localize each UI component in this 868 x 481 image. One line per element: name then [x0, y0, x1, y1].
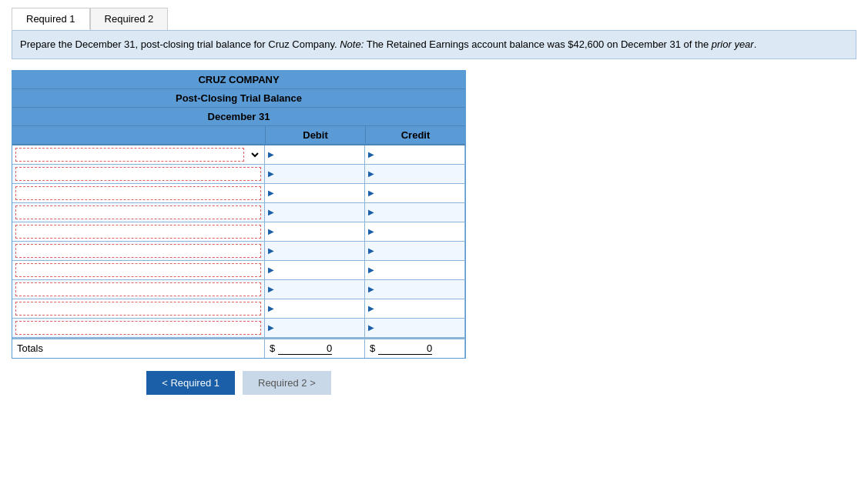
account-input-1[interactable]	[15, 148, 244, 162]
account-cell-3[interactable]	[12, 184, 265, 202]
table-row: ▶ ▶	[12, 165, 465, 184]
totals-debit-input[interactable]	[278, 342, 332, 355]
debit-cell-1[interactable]: ▶	[265, 145, 365, 164]
account-input-10[interactable]	[15, 321, 261, 335]
credit-cell-8[interactable]: ▶	[365, 280, 465, 299]
debit-cell-3[interactable]: ▶	[265, 184, 365, 202]
account-dropdown-1[interactable]: ▼	[244, 149, 261, 160]
credit-input-10[interactable]	[376, 322, 461, 334]
debit-cell-4[interactable]: ▶	[265, 203, 365, 222]
subtitle-header: Post-Closing Trial Balance	[12, 89, 465, 108]
totals-credit-input[interactable]	[378, 342, 432, 355]
account-cell-4[interactable]	[12, 203, 265, 222]
account-input-8[interactable]	[15, 282, 261, 296]
tab-required-2[interactable]: Required 2	[90, 8, 169, 30]
account-input-6[interactable]	[15, 244, 261, 258]
table-row: ▶ ▶	[12, 280, 465, 299]
debit-cell-10[interactable]: ▶	[265, 319, 365, 337]
account-input-5[interactable]	[15, 225, 261, 239]
credit-input-9[interactable]	[376, 302, 461, 315]
debit-input-9[interactable]	[276, 302, 361, 315]
table-row: ▶ ▶	[12, 299, 465, 319]
debit-cell-9[interactable]: ▶	[265, 299, 365, 318]
account-cell[interactable]: ▼	[12, 145, 265, 164]
credit-input-4[interactable]	[376, 206, 461, 219]
account-cell-9[interactable]	[12, 299, 265, 318]
table-row: ▼ ▶ ▶	[12, 145, 465, 165]
credit-column-header: Credit	[365, 126, 465, 144]
credit-input-1[interactable]	[376, 149, 461, 161]
next-required-button[interactable]: Required 2 >	[243, 371, 331, 395]
table-row: ▶ ▶	[12, 184, 465, 203]
account-input-7[interactable]	[15, 263, 261, 277]
account-input-4[interactable]	[15, 205, 261, 219]
table-row: ▶ ▶	[12, 261, 465, 280]
tab-bar: Required 1 Required 2	[12, 8, 856, 30]
credit-input-6[interactable]	[376, 245, 461, 257]
debit-input-3[interactable]	[276, 187, 361, 199]
account-cell-7[interactable]	[12, 261, 265, 279]
debit-cell-6[interactable]: ▶	[265, 242, 365, 260]
tab-required-1[interactable]: Required 1	[12, 8, 90, 30]
account-cell-5[interactable]	[12, 222, 265, 241]
totals-label: Totals	[12, 339, 265, 358]
debit-input-7[interactable]	[276, 264, 361, 276]
debit-input-2[interactable]	[276, 168, 361, 180]
debit-cell-2[interactable]: ▶	[265, 165, 365, 183]
account-cell-10[interactable]	[12, 319, 265, 337]
credit-cell-4[interactable]: ▶	[365, 203, 465, 222]
credit-input-8[interactable]	[376, 283, 461, 296]
debit-input-1[interactable]	[276, 149, 361, 161]
credit-input-5[interactable]	[376, 225, 461, 238]
credit-input-3[interactable]	[376, 187, 461, 199]
debit-cell-7[interactable]: ▶	[265, 261, 365, 279]
debit-input-5[interactable]	[276, 225, 361, 238]
totals-debit-cell[interactable]: $	[265, 339, 365, 358]
totals-credit-cell[interactable]: $	[365, 339, 465, 358]
instruction-bar: Prepare the December 31, post-closing tr…	[12, 30, 856, 59]
account-cell-2[interactable]	[12, 165, 265, 183]
debit-column-header: Debit	[265, 126, 365, 144]
debit-input-10[interactable]	[276, 322, 361, 334]
debit-cell-5[interactable]: ▶	[265, 222, 365, 241]
account-input-2[interactable]	[15, 167, 261, 181]
totals-credit-dollar: $	[370, 342, 375, 354]
totals-debit-dollar: $	[270, 342, 275, 354]
note-label: Note:	[340, 38, 364, 50]
debit-input-8[interactable]	[276, 283, 361, 296]
credit-cell-10[interactable]: ▶	[365, 319, 465, 337]
credit-cell-9[interactable]: ▶	[365, 299, 465, 318]
table-row: ▶ ▶	[12, 319, 465, 338]
credit-cell-7[interactable]: ▶	[365, 261, 465, 279]
credit-cell-3[interactable]: ▶	[365, 184, 465, 202]
prev-required-button[interactable]: < Required 1	[146, 371, 235, 395]
credit-cell-6[interactable]: ▶	[365, 242, 465, 260]
nav-buttons: < Required 1 Required 2 >	[12, 371, 466, 395]
credit-cell-5[interactable]: ▶	[365, 222, 465, 241]
table-row: ▶ ▶	[12, 242, 465, 261]
credit-cell-2[interactable]: ▶	[365, 165, 465, 183]
trial-balance-table: CRUZ COMPANY Post-Closing Trial Balance …	[12, 70, 466, 359]
column-header-row: Debit Credit	[12, 126, 465, 145]
table-row: ▶ ▶	[12, 203, 465, 222]
debit-input-6[interactable]	[276, 245, 361, 257]
debit-arrow-1: ▶	[268, 150, 274, 159]
account-input-9[interactable]	[15, 302, 261, 316]
prior-year-italic: prior year	[712, 38, 754, 50]
credit-input-2[interactable]	[376, 168, 461, 180]
credit-input-7[interactable]	[376, 264, 461, 276]
date-header: December 31	[12, 108, 465, 126]
totals-row: Totals $ $	[12, 338, 465, 358]
table-row: ▶ ▶	[12, 222, 465, 242]
debit-cell-8[interactable]: ▶	[265, 280, 365, 299]
company-name-header: CRUZ COMPANY	[12, 71, 465, 89]
credit-cell-1[interactable]: ▶	[365, 145, 465, 164]
account-cell-8[interactable]	[12, 280, 265, 299]
debit-input-4[interactable]	[276, 206, 361, 219]
account-cell-6[interactable]	[12, 242, 265, 260]
credit-arrow-1: ▶	[368, 150, 374, 159]
account-column-header	[12, 126, 265, 144]
account-input-3[interactable]	[15, 186, 261, 200]
